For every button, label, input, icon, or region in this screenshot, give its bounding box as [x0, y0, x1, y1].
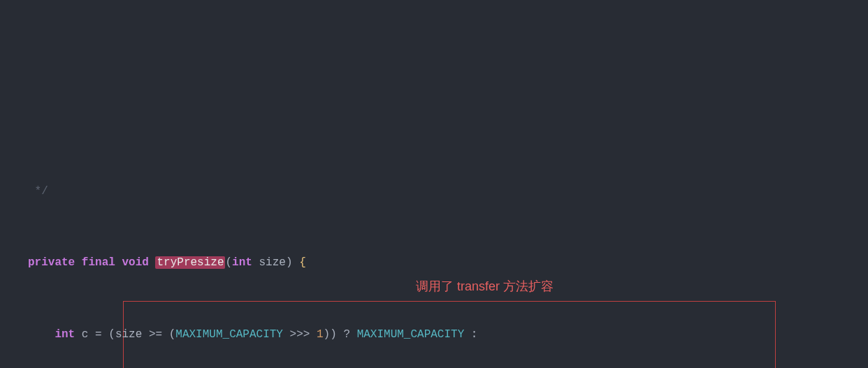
- method-name-highlighted: tryPresize: [155, 256, 225, 269]
- annotation-label: 调用了 transfer 方法扩容: [416, 277, 554, 297]
- code-editor-pane[interactable]: 调用了 transfer 方法扩容 */ private final void …: [0, 71, 868, 368]
- comment-close: */: [28, 185, 48, 198]
- code-line: private final void tryPresize(int size) …: [28, 254, 868, 272]
- code-line: int c = (size >= (MAXIMUM_CAPACITY >>> 1…: [28, 326, 868, 344]
- code-line: */: [28, 183, 868, 201]
